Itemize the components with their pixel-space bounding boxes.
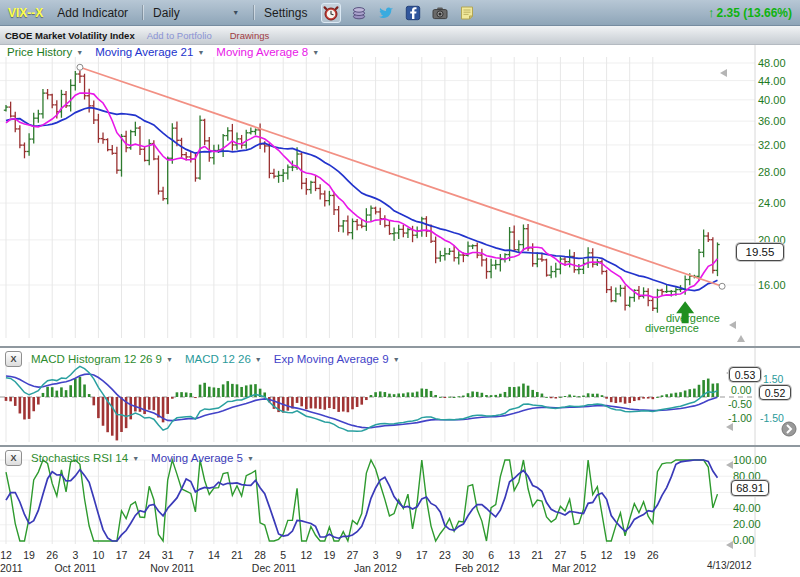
x-tick-label: 27 bbox=[341, 549, 365, 561]
stoch-rsi-line bbox=[6, 460, 717, 541]
indicator-stochastics-rsi[interactable]: Stochastics RSI 14 ▼ bbox=[31, 452, 139, 464]
toolbar-separator bbox=[253, 5, 254, 20]
expand-panel-button[interactable] bbox=[782, 422, 796, 436]
indicator-moving-average-21[interactable]: Moving Average 21 ▼ bbox=[95, 46, 204, 58]
hist-bar bbox=[23, 397, 26, 419]
facebook-icon[interactable] bbox=[404, 4, 422, 22]
divergence-annotation[interactable]: divergence bbox=[645, 322, 699, 334]
toolbar-separator bbox=[142, 5, 143, 20]
scroll-left-icon[interactable] bbox=[726, 541, 733, 549]
hist-bar bbox=[217, 388, 220, 397]
stoch-current-box: 68.91 bbox=[731, 480, 769, 496]
drawings-button[interactable]: Drawings bbox=[230, 30, 270, 41]
x-tick-label: 21 bbox=[225, 549, 249, 561]
hist-bar bbox=[305, 397, 308, 409]
hist-bar bbox=[494, 395, 497, 397]
chevron-down-icon[interactable]: ▼ bbox=[247, 455, 254, 462]
macd-line-axis-label: -1.50 bbox=[760, 412, 784, 424]
note-icon[interactable] bbox=[458, 4, 476, 22]
price-axis-label: 44.00 bbox=[758, 75, 786, 87]
hist-bar bbox=[656, 397, 659, 398]
scroll-left-icon[interactable] bbox=[726, 423, 733, 431]
x-tick-label: 30 bbox=[456, 549, 480, 561]
hist-bar bbox=[531, 390, 534, 397]
settings-button[interactable]: Settings bbox=[264, 6, 307, 20]
chevron-down-icon[interactable]: ▼ bbox=[197, 49, 204, 56]
hist-bar bbox=[541, 394, 544, 397]
hist-bar bbox=[180, 392, 183, 397]
trendline-handle[interactable] bbox=[719, 283, 725, 289]
chevron-down-icon[interactable]: ▼ bbox=[166, 356, 173, 363]
hist-bar bbox=[425, 389, 428, 397]
hist-bar bbox=[379, 391, 382, 397]
hist-bar bbox=[92, 397, 95, 405]
hist-bar bbox=[60, 387, 63, 397]
hist-bar bbox=[665, 394, 668, 397]
indicator-moving-average-8[interactable]: Moving Average 8 ▼ bbox=[216, 46, 319, 58]
chevron-down-icon[interactable]: ▼ bbox=[312, 49, 319, 56]
x-tick-label: 5 bbox=[572, 549, 596, 561]
price-gridlines bbox=[0, 45, 755, 348]
indicator-moving-average-5[interactable]: Moving Average 5 ▼ bbox=[151, 452, 254, 464]
hist-bar bbox=[693, 389, 696, 397]
indicator-label: Moving Average 8 bbox=[216, 46, 308, 58]
hist-bar bbox=[633, 397, 636, 401]
hist-bar bbox=[69, 385, 72, 397]
hist-bar bbox=[203, 383, 206, 397]
hist-bar bbox=[28, 397, 31, 419]
indicator-macd[interactable]: MACD 12 26 ▼ bbox=[185, 353, 262, 365]
panel-divider[interactable] bbox=[0, 445, 800, 447]
indicator-exp-moving-average-9[interactable]: Exp Moving Average 9 ▼ bbox=[274, 353, 400, 365]
hist-bar bbox=[143, 397, 146, 414]
hist-bar bbox=[51, 387, 54, 397]
x-tick-label: 6 bbox=[479, 549, 503, 561]
hist-bar bbox=[226, 381, 229, 397]
x-tick-label: 7 bbox=[179, 549, 203, 561]
hist-bar bbox=[190, 393, 193, 397]
hist-bar bbox=[333, 397, 336, 409]
close-macd-panel-button[interactable]: X bbox=[5, 351, 22, 367]
alarm-clock-icon[interactable] bbox=[321, 3, 341, 23]
scroll-left-icon[interactable] bbox=[729, 321, 736, 329]
indicator-macd-histogram[interactable]: MACD Histogram 12 26 9 ▼ bbox=[31, 353, 173, 365]
twitter-icon[interactable] bbox=[377, 4, 395, 22]
month-label: Dec 2011 bbox=[246, 562, 302, 574]
hist-bar bbox=[712, 384, 715, 397]
coins-icon[interactable] bbox=[350, 4, 368, 22]
hist-bar bbox=[564, 396, 567, 397]
hist-bar bbox=[245, 385, 248, 397]
toolbar: VIX--X Add Indicator Daily ▼ Settings bbox=[0, 0, 800, 26]
add-to-portfolio-button[interactable]: Add to Portfolio bbox=[147, 30, 212, 41]
hist-bar bbox=[139, 397, 142, 412]
indicator-label: Price History bbox=[7, 46, 72, 58]
x-tick-label: 23 bbox=[433, 549, 457, 561]
hist-bar bbox=[402, 393, 405, 397]
x-tick-label: 31 bbox=[156, 549, 180, 561]
chevron-down-icon[interactable]: ▼ bbox=[76, 49, 83, 56]
indicator-price-history[interactable]: Price History ▼ bbox=[7, 46, 83, 58]
chevron-down-icon[interactable]: ▼ bbox=[255, 356, 262, 363]
ma21-line bbox=[6, 108, 717, 291]
trendline-handle[interactable] bbox=[77, 64, 83, 70]
hist-bar bbox=[559, 397, 562, 398]
camera-icon[interactable] bbox=[431, 4, 449, 22]
hist-bar bbox=[416, 392, 419, 397]
add-indicator-button[interactable]: Add Indicator bbox=[57, 6, 128, 20]
hist-bar bbox=[591, 394, 594, 397]
symbol-label[interactable]: VIX--X bbox=[8, 6, 43, 20]
timeframe-dropdown[interactable]: Daily ▼ bbox=[153, 6, 239, 20]
month-label: Oct 2011 bbox=[47, 562, 103, 574]
hist-bar bbox=[504, 392, 507, 397]
hist-bar bbox=[171, 397, 174, 399]
x-tick-label: 5 bbox=[271, 549, 295, 561]
chevron-down-icon[interactable]: ▼ bbox=[132, 455, 139, 462]
hist-bar bbox=[485, 395, 488, 397]
scroll-left-icon[interactable] bbox=[726, 461, 733, 469]
scroll-up-icon[interactable] bbox=[737, 335, 745, 342]
close-stoch-panel-button[interactable]: X bbox=[5, 450, 22, 466]
hist-bar bbox=[554, 397, 557, 399]
scroll-left-icon[interactable] bbox=[720, 69, 727, 77]
hist-bar bbox=[328, 397, 331, 408]
chevron-down-icon[interactable]: ▼ bbox=[393, 356, 400, 363]
panel-divider[interactable] bbox=[0, 346, 800, 348]
